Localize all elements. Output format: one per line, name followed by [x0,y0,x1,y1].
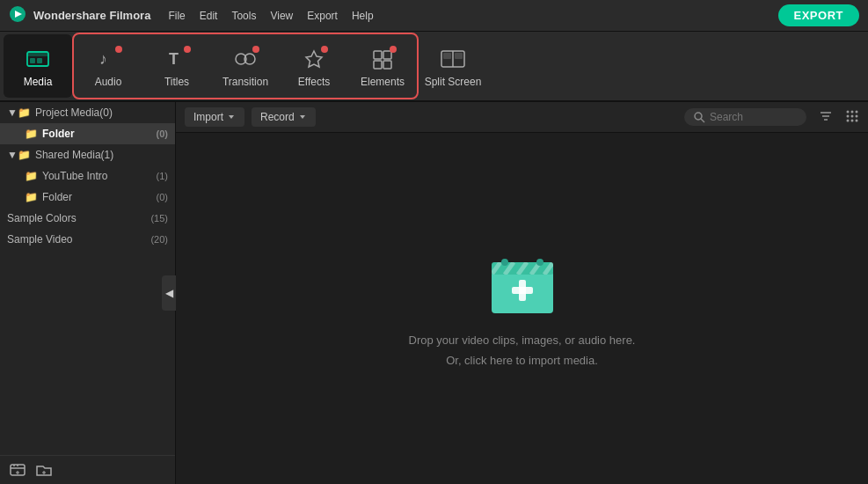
svg-point-41 [856,119,858,121]
sidebar-collapse-arrow[interactable]: ◀ [162,275,176,311]
elements-icon-wrap [371,48,394,72]
svg-point-53 [536,259,543,266]
sidebar-item-sample-video[interactable]: Sample Video (20) [0,229,175,250]
sidebar-item-sample-colors[interactable]: Sample Colors (15) [0,208,175,229]
svg-rect-3 [27,52,48,56]
media-label: Media [24,76,53,88]
logo-icon [9,5,26,23]
titles-icon-wrap: T [165,48,188,72]
audio-dot [115,46,122,53]
sidebar-item-youtube-intro[interactable]: 📁 YouTube Intro (1) [0,165,175,187]
title-bar: Wondershare Filmora File Edit Tools View… [0,0,868,32]
sidebar-group-shared-media[interactable]: ▼ 📁 Shared Media (1) [0,144,175,165]
sample-colors-label: Sample Colors [7,212,77,224]
filter-icon[interactable] [819,109,833,126]
svg-point-36 [847,114,850,117]
sample-colors-count: (15) [150,213,168,224]
svg-rect-13 [374,61,382,69]
search-icon [693,111,705,123]
folder-shared-count: (0) [157,192,168,202]
menu-view[interactable]: View [270,10,293,22]
drop-line1: Drop your video clips, images, or audio … [409,331,636,350]
svg-point-35 [856,110,858,113]
transition-label: Transition [222,76,268,88]
app-logo [9,5,26,26]
svg-rect-17 [443,53,451,59]
folder-icon: 📁 [18,149,31,161]
toolbar-item-elements[interactable]: Elements [348,34,417,98]
folder-icon: 📁 [18,106,31,119]
sidebar-content: ▼ 📁 Project Media (0) 📁 Folder (0) ▼ 📁 S… [0,102,175,455]
new-folder-icon[interactable] [35,461,53,479]
toolbar-item-split-screen[interactable]: Split Screen [419,34,487,98]
content-toolbar: Import Record [176,102,868,133]
sample-video-label: Sample Video [7,233,73,246]
clapper-board-icon [483,246,562,317]
chevron-down-icon: ▼ [7,149,18,161]
search-box [684,108,806,126]
svg-rect-14 [383,61,391,69]
menu-tools[interactable]: Tools [231,10,256,22]
folder-project-label: Folder [42,128,75,140]
split-screen-icon [440,48,466,70]
search-input[interactable] [710,111,798,123]
split-screen-label: Split Screen [425,76,482,88]
svg-point-40 [851,119,854,121]
svg-text:T: T [169,50,179,68]
menu-bar: File Edit Tools View Export Help [168,10,373,22]
shared-media-label: Shared Media [35,149,101,161]
sidebar-group-project-media[interactable]: ▼ 📁 Project Media (0) [0,102,175,123]
youtube-intro-count: (1) [157,171,168,181]
audio-icon-wrap: ♪ [97,48,120,72]
folder-icon: 📁 [25,191,38,203]
toolbar-item-media[interactable]: Media [4,34,72,98]
toolbar-bordered-group: ♪ Audio T Titles [72,33,419,99]
sidebar: ▼ 📁 Project Media (0) 📁 Folder (0) ▼ 📁 S… [0,102,176,484]
drop-zone-text: Drop your video clips, images, or audio … [409,331,636,370]
import-chevron-icon [227,113,236,121]
chevron-down-icon: ▼ [7,106,18,119]
elements-dot [390,46,397,53]
svg-marker-26 [229,115,234,119]
menu-help[interactable]: Help [352,10,374,22]
svg-marker-10 [306,51,322,67]
project-media-count: (0) [99,106,113,119]
svg-line-29 [701,119,704,122]
effects-icon-wrap [303,48,325,72]
menu-edit[interactable]: Edit [200,10,218,22]
toolbar-item-transition[interactable]: Transition [211,34,280,98]
content-area: Import Record [176,102,868,484]
svg-marker-27 [300,115,305,119]
transition-icon-wrap [234,48,257,72]
toolbar: Media ♪ Audio T Titles [0,32,868,102]
drop-area[interactable]: Drop your video clips, images, or audio … [176,133,868,484]
elements-label: Elements [361,76,405,88]
app-name: Wondershare Filmora [33,9,150,22]
sidebar-item-folder-project[interactable]: 📁 Folder (0) [0,123,175,144]
transition-dot [252,46,259,53]
media-icon-wrap [26,48,50,72]
menu-file[interactable]: File [168,10,185,22]
toolbar-item-titles[interactable]: T Titles [142,34,211,98]
grid-view-icon[interactable] [845,109,859,126]
project-media-label: Project Media [35,106,99,119]
svg-point-52 [501,259,508,266]
folder-project-count: (0) [157,128,168,139]
menu-export[interactable]: Export [307,10,338,22]
add-media-icon[interactable] [9,461,26,479]
split-screen-icon-wrap [440,48,466,72]
toolbar-item-audio[interactable]: ♪ Audio [74,34,142,98]
svg-point-33 [847,110,850,113]
import-button[interactable]: Import [185,107,244,127]
sidebar-item-folder-shared[interactable]: 📁 Folder (0) [0,187,175,208]
sidebar-footer [0,455,175,484]
record-button[interactable]: Record [252,107,316,127]
svg-rect-11 [374,51,382,59]
effects-label: Effects [298,76,330,88]
svg-point-38 [856,114,858,117]
import-label: Import [193,111,223,123]
shared-media-count: (1) [101,149,114,161]
svg-rect-4 [30,58,35,63]
toolbar-item-effects[interactable]: Effects [280,34,348,98]
export-button[interactable]: EXPORT [778,4,859,26]
